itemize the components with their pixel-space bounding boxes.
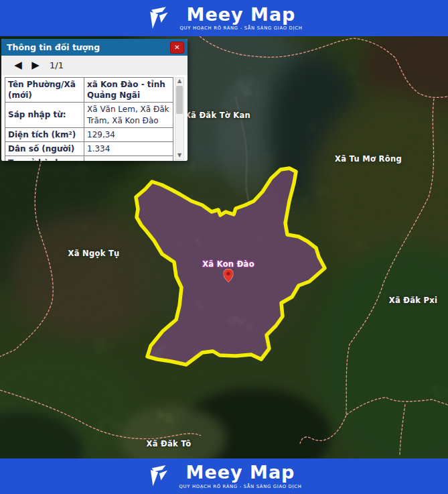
table-row: Dân số (người) 1.334 [5,141,173,156]
app-title: Meey Map [187,5,296,24]
row-label: Trụ sở hành chính (mới) [5,156,84,161]
map-pin-icon [224,269,234,285]
row-value: xã Kon Đào - tỉnh Quảng Ngãi [84,78,173,103]
map-label-kon-dao: Xã Kon Đào [202,259,254,269]
table-row: Tên Phường/Xã (mới) xã Kon Đào - tỉnh Qu… [5,78,173,103]
popup-body: Tên Phường/Xã (mới) xã Kon Đào - tỉnh Qu… [1,75,188,161]
app-header: Meey Map QUY HOẠCH RÕ RÀNG - SẴN SÀNG GI… [0,0,448,36]
row-label: Diện tích (km²) [5,127,84,141]
popup-title: Thông tin đối tượng [7,42,100,52]
table-row: Sáp nhập từ: Xã Văn Lem, Xã Đăk Trăm, Xã… [5,103,173,127]
row-label: Dân số (người) [5,141,84,156]
map-label-tu-mo-rong: Xã Tu Mơ Rông [335,154,402,164]
map-label-dak-to: Xã Đăk Tô [146,439,191,448]
app-tagline: QUY HOẠCH RÕ RÀNG - SẴN SÀNG GIAO DỊCH [179,484,301,489]
scroll-up-icon[interactable]: ▲ [177,78,181,85]
row-label: Tên Phường/Xã (mới) [5,78,84,103]
map-label-dak-to-kan: Xã Đăk Tờ Kan [185,111,250,120]
app-title: Meey Map [186,463,295,482]
row-label: Sáp nhập từ: [5,103,84,127]
row-value: 129,34 [84,127,173,141]
app-footer: Meey Map QUY HOẠCH RÕ RÀNG - SẴN SÀNG GI… [0,458,448,494]
info-popup: Thông tin đối tượng ✕ ◀ ▶ 1/1 Tên Phường… [1,39,188,161]
meeymap-logo-icon [145,6,172,31]
meeymap-logo-icon [146,465,171,488]
row-value: Xã Văn Lem, Xã Đăk Trăm, Xã Kon Đào [84,103,173,127]
info-table: Tên Phường/Xã (mới) xã Kon Đào - tỉnh Qu… [5,77,173,161]
next-page-icon[interactable]: ▶ [27,60,44,70]
page-indicator: 1/1 [50,60,64,70]
popup-titlebar: Thông tin đối tượng ✕ [1,39,188,56]
row-value: Xã Đăk Trăm [84,156,173,161]
popup-scrollbar[interactable]: ▲ ▼ [175,77,184,160]
popup-pagination-bar: ◀ ▶ 1/1 [1,56,188,75]
row-value: 1.334 [84,141,173,156]
map-label-dak-pxi: Xã Đăk Pxi [389,296,437,305]
table-row: Diện tích (km²) 129,34 [5,127,173,141]
prev-page-icon[interactable]: ◀ [9,60,27,70]
scrollbar-thumb[interactable] [176,86,183,114]
close-icon[interactable]: ✕ [170,42,184,54]
scroll-down-icon[interactable]: ▼ [177,152,181,160]
map-label-ngok-tu: Xã Ngọk Tụ [68,249,119,258]
app-tagline: QUY HOẠCH RÕ RÀNG - SẴN SÀNG GIAO DỊCH [179,25,302,31]
table-row: Trụ sở hành chính (mới) Xã Đăk Trăm [5,156,173,161]
